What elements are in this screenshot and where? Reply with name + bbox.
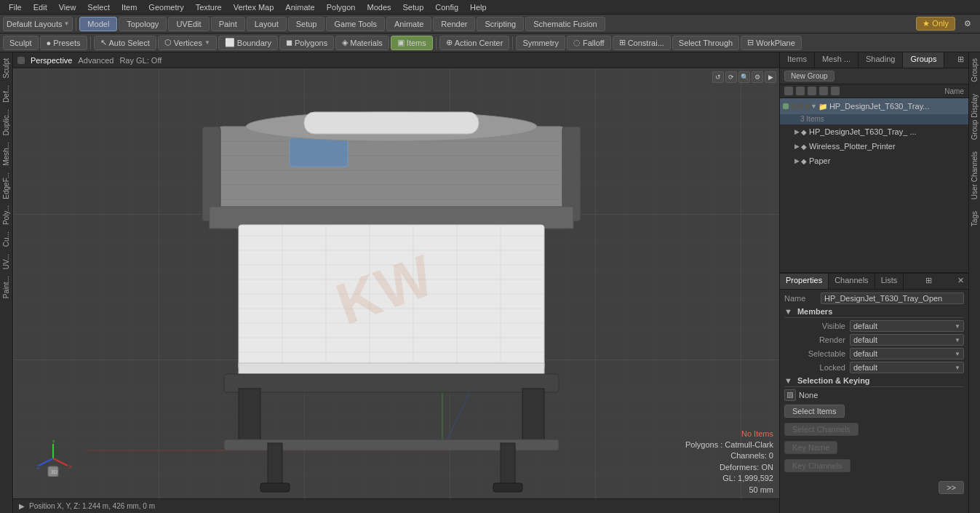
refresh-icon[interactable]: ⟳ [725,71,737,83]
group-eye-icon[interactable] [784,87,793,95]
tab-setup[interactable]: Setup [288,17,325,31]
members-section[interactable]: ▼ Members [784,307,964,318]
menu-vertex-map[interactable]: Vertex Map [228,1,280,13]
auto-select-button[interactable]: ↖ Auto Select [94,36,156,50]
menu-edit[interactable]: Edit [28,1,53,13]
menu-animate[interactable]: Animate [279,1,320,13]
tree-collapse-icon[interactable]: ▼ [810,103,817,110]
tab-mesh[interactable]: Mesh ... [815,52,859,68]
tab-paint[interactable]: Paint [211,17,245,31]
group-sel-icon[interactable] [819,87,828,95]
menu-item[interactable]: Item [116,1,143,13]
tree-expand-icon-2[interactable]: ▶ [794,143,800,150]
menu-help[interactable]: Help [464,1,493,13]
tab-uvedit[interactable]: UVEdit [168,17,209,31]
sidebar-poly[interactable]: Poly... [1,202,12,228]
materials-button[interactable]: ◈ Materials [335,36,389,50]
sel-icon-box[interactable] [784,389,796,401]
menu-setup[interactable]: Setup [397,1,430,13]
viewport-raygl-label[interactable]: Ray GL: Off [119,56,162,65]
groups-expand-icon[interactable]: ⊞ [953,52,968,68]
sidebar-def[interactable]: Def... [1,82,12,106]
viewport-perspective-label[interactable]: Perspective [31,56,72,65]
expand-vp-icon[interactable]: ▶ [765,71,776,83]
polygons-button[interactable]: ◼ Polygons [279,36,334,50]
selectable-dropdown[interactable]: default ▼ [850,348,964,359]
select-through-button[interactable]: Select Through [672,36,739,50]
key-channels-button[interactable]: Key Channels [784,459,850,472]
menu-file[interactable]: File [3,1,28,13]
strip-group-display[interactable]: Group Display [969,88,980,146]
strip-user-channels[interactable]: User Channels [969,146,980,205]
visible-dropdown[interactable]: default ▼ [850,320,964,332]
tab-schematic[interactable]: Schematic Fusion [525,17,605,31]
constraint-button[interactable]: ⊞ Constrai... [613,36,671,50]
sidebar-edgef[interactable]: EdgeF... [1,170,12,202]
arrow-button[interactable]: >> [939,481,964,494]
sculpt-button[interactable]: Sculpt [3,36,39,50]
tab-topology[interactable]: Topology [119,17,167,31]
name-prop-value[interactable]: HP_DesignJet_T630_Tray_Open [821,293,964,304]
strip-tags[interactable]: Tags [969,205,980,232]
action-center-button[interactable]: ⊕ Action Center [439,36,510,50]
tab-shading[interactable]: Shading [859,52,903,68]
viewport-canvas[interactable]: KW ↺ ⟳ 🔍 ⚙ ▶ No Items Polygons : Catmull… [13,68,779,498]
menu-modes[interactable]: Modes [361,1,397,13]
presets-button[interactable]: ● Presets [40,36,87,50]
menu-select[interactable]: Select [81,1,116,13]
render-dropdown[interactable]: default ▼ [850,334,964,346]
props-close-icon[interactable]: ✕ [953,274,968,289]
menu-view[interactable]: View [53,1,82,13]
tab-items[interactable]: Items [780,52,815,68]
tree-child-3[interactable]: ▶ ◆ Paper [780,154,968,168]
tab-animate[interactable]: Animate [386,17,431,31]
tab-layout[interactable]: Layout [247,17,287,31]
tab-groups[interactable]: Groups [903,52,944,68]
new-group-button[interactable]: New Group [784,71,834,81]
layout-dropdown[interactable]: Default Layouts ▼ [3,17,73,31]
tree-child-1[interactable]: ▶ ◆ HP_DesignJet_T630_Tray_ ... [780,124,968,139]
tab-lists[interactable]: Lists [875,274,904,289]
tab-scripting[interactable]: Scripting [477,17,524,31]
menu-texture[interactable]: Texture [190,1,228,13]
tab-properties[interactable]: Properties [780,274,829,289]
sel-keying-section[interactable]: ▼ Selection & Keying [784,376,964,387]
viewport-dot[interactable] [17,57,25,64]
group-options-icon[interactable] [831,87,840,95]
menu-polygon[interactable]: Polygon [321,1,362,13]
sidebar-duplic[interactable]: Duplic... [1,106,12,138]
zoom-icon[interactable]: 🔍 [738,71,750,83]
select-channels-button[interactable]: Select Channels [784,423,859,436]
tab-game-tools[interactable]: Game Tools [326,17,385,31]
key-name-button[interactable]: Key Name [784,441,837,454]
sidebar-mesh[interactable]: Mesh... [1,139,12,169]
vertices-button[interactable]: ⬡ Vertices ▼ [158,36,217,50]
tab-channels[interactable]: Channels [829,274,875,289]
select-items-button[interactable]: Select Items [784,405,845,418]
tree-expand-icon-1[interactable]: ▶ [794,128,800,135]
props-expand-icon[interactable]: ⊞ [921,274,936,289]
tree-expand-icon-3[interactable]: ▶ [794,157,800,164]
group-lock-icon[interactable] [808,87,816,95]
falloff-button[interactable]: ◌ Falloff [567,36,611,50]
menu-geometry[interactable]: Geometry [143,1,189,13]
tree-group-row[interactable]: ▼ 📁 HP_DesignJet_T630_Tray... [780,98,968,114]
tab-render[interactable]: Render [433,17,475,31]
locked-dropdown[interactable]: default ▼ [850,362,964,373]
tab-model[interactable]: Model [79,17,117,31]
sidebar-uv[interactable]: UV... [1,251,12,272]
workplane-button[interactable]: ⊟ WorkPlane [741,36,802,50]
tree-child-2[interactable]: ▶ ◆ Wireless_Plotter_Printer [780,139,968,154]
viewport-advanced-label[interactable]: Advanced [78,56,113,65]
sidebar-paint[interactable]: Paint... [1,273,12,301]
group-render-icon[interactable] [796,87,805,95]
menu-config[interactable]: Config [429,1,464,13]
settings-vp-icon[interactable]: ⚙ [752,71,763,83]
sidebar-sculpt[interactable]: Sculpt [1,55,12,81]
settings-icon[interactable]: ⚙ [958,17,977,30]
sidebar-cu[interactable]: Cu... [1,228,12,250]
strip-groups[interactable]: Groups [969,52,980,88]
orbit-icon[interactable]: ↺ [712,71,724,83]
symmetry-button[interactable]: Symmetry [516,36,565,50]
items-button[interactable]: ▣ Items [391,36,433,50]
